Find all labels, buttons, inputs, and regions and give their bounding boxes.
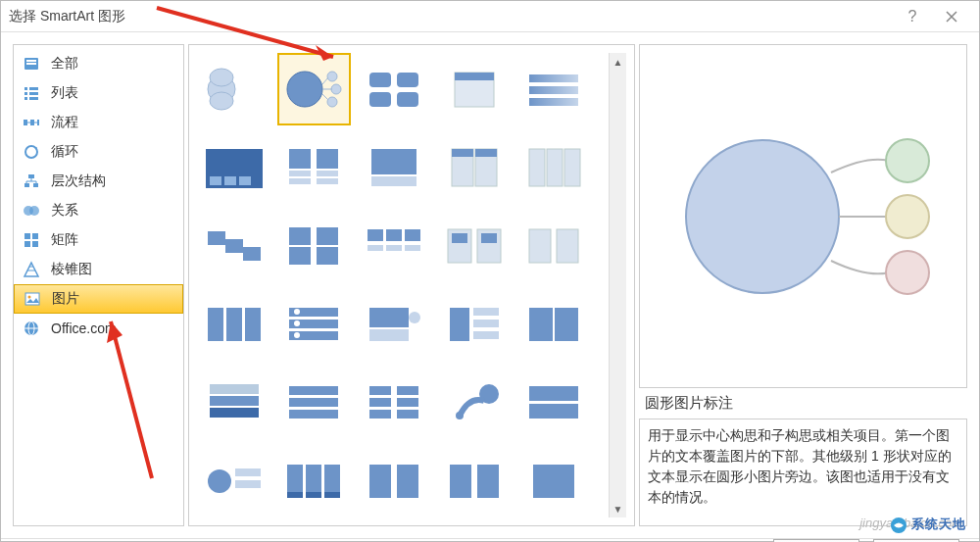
svg-rect-1 xyxy=(26,60,36,62)
svg-rect-94 xyxy=(473,320,499,327)
svg-rect-95 xyxy=(473,331,499,339)
thumb[interactable] xyxy=(357,288,431,361)
sidebar-item-list[interactable]: 列表 xyxy=(14,78,183,108)
thumb[interactable] xyxy=(516,288,591,361)
sidebar-item-matrix[interactable]: 矩阵 xyxy=(14,225,183,255)
sidebar-item-officecom[interactable]: Office.com xyxy=(14,314,183,343)
thumb[interactable] xyxy=(437,445,512,517)
thumb[interactable] xyxy=(437,288,512,361)
sidebar-item-relationship[interactable]: 关系 xyxy=(14,196,183,225)
sidebar-item-pyramid[interactable]: 棱锥图 xyxy=(14,255,183,284)
svg-rect-36 xyxy=(397,92,418,107)
svg-rect-5 xyxy=(24,92,27,95)
sidebar-label: 列表 xyxy=(51,84,78,102)
svg-rect-39 xyxy=(529,74,578,82)
sidebar-item-cycle[interactable]: 循环 xyxy=(14,137,183,167)
all-icon xyxy=(22,54,41,74)
list-icon xyxy=(22,83,41,103)
thumb[interactable] xyxy=(277,131,352,204)
svg-rect-51 xyxy=(317,178,338,184)
svg-rect-63 xyxy=(243,247,261,261)
thumb[interactable] xyxy=(197,210,271,282)
brand-badge: 系统天地 xyxy=(890,516,966,534)
svg-rect-8 xyxy=(29,97,38,100)
svg-rect-92 xyxy=(450,308,469,341)
thumb[interactable] xyxy=(516,131,591,204)
svg-rect-4 xyxy=(29,87,38,90)
thumb[interactable] xyxy=(437,210,512,282)
thumb[interactable] xyxy=(437,131,512,204)
svg-rect-21 xyxy=(32,241,38,247)
thumb[interactable] xyxy=(516,53,591,125)
svg-point-86 xyxy=(294,309,300,315)
svg-rect-49 xyxy=(317,171,338,176)
thumb[interactable] xyxy=(516,210,591,282)
svg-point-12 xyxy=(25,146,37,158)
thumb[interactable] xyxy=(197,367,271,439)
thumb[interactable] xyxy=(197,288,271,361)
thumb[interactable] xyxy=(357,53,431,125)
svg-rect-101 xyxy=(289,386,338,395)
dialog-body: 全部 列表 流程 循环 层次结构 关系 xyxy=(1,32,979,538)
thumbnail-grid xyxy=(197,53,609,517)
close-icon xyxy=(945,10,958,24)
titlebar: 选择 SmartArt 图形 ? xyxy=(1,1,979,32)
brand-text: 系统天地 xyxy=(911,517,966,531)
thumb[interactable] xyxy=(277,210,352,282)
svg-rect-45 xyxy=(239,176,251,185)
svg-rect-71 xyxy=(368,245,383,251)
svg-point-17 xyxy=(29,206,39,216)
thumb[interactable] xyxy=(516,367,591,439)
svg-rect-89 xyxy=(369,308,409,327)
svg-rect-22 xyxy=(25,293,39,305)
svg-point-29 xyxy=(287,72,322,107)
sidebar-item-picture[interactable]: 图片 xyxy=(14,284,183,314)
help-button[interactable]: ? xyxy=(893,1,932,32)
close-button[interactable] xyxy=(932,1,971,32)
process-icon xyxy=(22,113,41,132)
thumb-selected[interactable] xyxy=(277,53,352,125)
thumb[interactable] xyxy=(357,445,431,517)
preview-description: 用于显示中心构思和子构思或相关项目。第一个图片的文本覆盖图片的下部。其他级别 1… xyxy=(639,419,967,526)
svg-rect-41 xyxy=(529,98,578,106)
svg-rect-100 xyxy=(210,408,259,418)
svg-rect-73 xyxy=(405,245,420,251)
svg-rect-120 xyxy=(287,492,303,498)
sidebar-item-hierarchy[interactable]: 层次结构 xyxy=(14,167,183,196)
svg-rect-66 xyxy=(289,247,311,265)
thumb[interactable] xyxy=(516,445,591,517)
thumb[interactable] xyxy=(277,445,352,517)
scroll-down-arrow[interactable]: ▼ xyxy=(610,500,626,517)
svg-rect-60 xyxy=(564,149,580,186)
scroll-up-arrow[interactable]: ▲ xyxy=(610,53,626,71)
svg-rect-62 xyxy=(225,239,243,253)
svg-rect-102 xyxy=(289,398,338,407)
svg-rect-18 xyxy=(24,233,30,239)
svg-rect-33 xyxy=(369,73,391,87)
svg-point-30 xyxy=(327,72,337,81)
thumb[interactable] xyxy=(437,53,512,125)
smartart-gallery: ▲ ▼ xyxy=(188,44,635,526)
svg-rect-7 xyxy=(24,97,27,100)
svg-rect-79 xyxy=(557,229,578,263)
svg-rect-56 xyxy=(452,149,473,157)
svg-rect-40 xyxy=(529,86,578,94)
svg-rect-116 xyxy=(235,480,261,488)
svg-point-128 xyxy=(686,140,839,293)
sidebar-item-all[interactable]: 全部 xyxy=(14,49,183,78)
svg-rect-98 xyxy=(210,384,259,394)
thumb[interactable] xyxy=(357,367,431,439)
svg-rect-59 xyxy=(547,149,563,186)
svg-point-131 xyxy=(886,251,929,294)
thumb[interactable] xyxy=(357,210,431,282)
thumb[interactable] xyxy=(277,367,352,439)
gallery-scrollbar[interactable]: ▲ ▼ xyxy=(609,53,626,517)
thumb[interactable] xyxy=(437,367,512,439)
thumb[interactable] xyxy=(277,288,352,361)
thumb[interactable] xyxy=(357,131,431,204)
sidebar-item-process[interactable]: 流程 xyxy=(14,108,183,137)
svg-rect-15 xyxy=(33,183,38,187)
thumb[interactable] xyxy=(197,131,271,204)
thumb[interactable] xyxy=(197,53,271,125)
thumb[interactable] xyxy=(197,445,271,517)
